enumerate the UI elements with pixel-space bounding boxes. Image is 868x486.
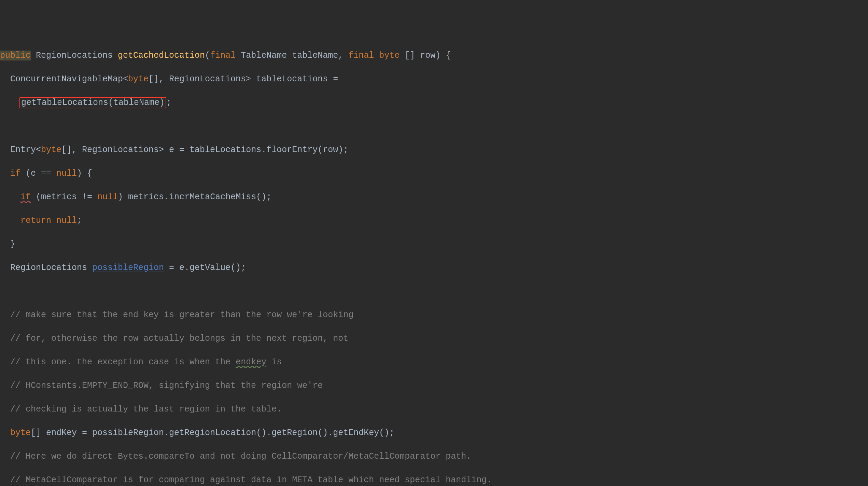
comment-line[interactable]: // make sure that the end key is greater… <box>0 309 868 321</box>
keyword-null: null <box>56 168 77 178</box>
code-text: ( <box>205 51 210 60</box>
code-text: [], RegionLocations> tableLocations = <box>149 74 338 84</box>
comment-line[interactable]: // for, otherwise the row actually belon… <box>0 333 868 345</box>
code-text: RegionLocations <box>0 263 92 273</box>
code-line[interactable]: Entry<byte[], RegionLocations> e = table… <box>0 144 868 156</box>
code-line[interactable]: if (e == null) { <box>0 168 868 180</box>
comment-line[interactable]: // this one. the exception case is when … <box>0 356 868 368</box>
code-text: RegionLocations <box>31 51 118 60</box>
keyword-if: if <box>10 168 20 178</box>
code-text: } <box>0 239 15 249</box>
comment-line[interactable]: // checking is actually the last region … <box>0 404 868 416</box>
code-text <box>0 98 20 108</box>
highlighted-call[interactable]: getTableLocations(tableName) <box>19 97 166 108</box>
code-text: = e.getValue(); <box>164 263 246 273</box>
method-name: getCachedLocation <box>118 51 205 60</box>
keyword-null: null <box>97 192 118 202</box>
blank-line[interactable] <box>0 121 868 133</box>
comment-line[interactable]: // Here we do direct Bytes.compareTo and… <box>0 451 868 463</box>
variable-link[interactable]: possibleRegion <box>92 263 164 273</box>
code-line[interactable]: if (metrics != null) metrics.incrMetaCac… <box>0 191 868 203</box>
code-line[interactable]: public RegionLocations getCachedLocation… <box>0 50 868 62</box>
code-text: (metrics != <box>31 192 97 202</box>
code-text: ) { <box>77 168 92 178</box>
spell-warning: endkey <box>236 357 266 367</box>
code-text: [], RegionLocations> e = tableLocations.… <box>61 145 348 155</box>
code-line[interactable]: } <box>0 239 868 251</box>
blank-line[interactable] <box>0 286 868 298</box>
keyword-byte: byte <box>10 428 31 438</box>
code-text: Entry< <box>0 145 41 155</box>
keyword-byte: byte <box>379 51 400 60</box>
keyword-byte: byte <box>128 74 149 84</box>
code-text: TableName tableName, <box>236 51 348 60</box>
keyword-if: if <box>20 192 31 202</box>
comment-line[interactable]: // MetaCellComparator is for comparing a… <box>0 474 868 486</box>
code-text <box>0 192 20 202</box>
keyword-final: final <box>210 51 236 60</box>
code-text <box>374 51 379 60</box>
code-line[interactable]: return null; <box>0 215 868 227</box>
code-text <box>0 216 20 226</box>
comment-line[interactable]: // HConstants.EMPTY_END_ROW, signifying … <box>0 380 868 392</box>
code-text: ) metrics.incrMetaCacheMiss(); <box>118 192 271 202</box>
code-line[interactable]: ConcurrentNavigableMap<byte[], RegionLoc… <box>0 73 868 85</box>
code-line[interactable]: byte[] endKey = possibleRegion.getRegion… <box>0 427 868 439</box>
code-line[interactable]: getTableLocations(tableName); <box>0 97 868 109</box>
code-line[interactable]: RegionLocations possibleRegion = e.getVa… <box>0 262 868 274</box>
keyword-return: return <box>20 216 56 226</box>
keyword-byte: byte <box>41 145 61 155</box>
code-text <box>0 428 10 438</box>
keyword-public: public <box>0 51 31 60</box>
code-text: ConcurrentNavigableMap< <box>0 74 128 84</box>
code-text: (e == <box>20 168 56 178</box>
code-text: ; <box>166 98 171 108</box>
keyword-final: final <box>348 51 374 60</box>
code-text: ; <box>77 216 82 226</box>
keyword-null: null <box>56 216 77 226</box>
comment-text: // this one. the exception case is when … <box>0 357 236 367</box>
code-text <box>0 168 10 178</box>
comment-text: is <box>266 357 282 367</box>
code-text: [] endKey = possibleRegion.getRegionLoca… <box>31 428 394 438</box>
code-text: [] row) { <box>400 51 451 60</box>
